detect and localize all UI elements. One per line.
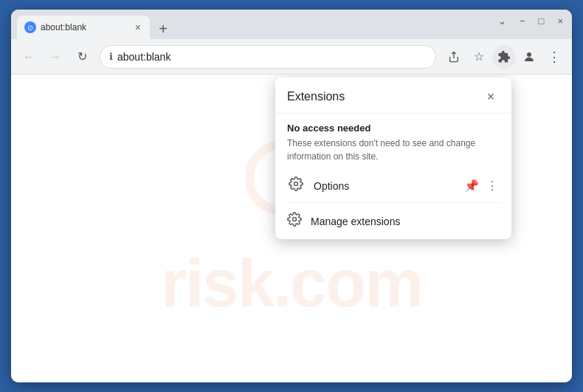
manage-extensions-item[interactable]: Manage extensions: [275, 203, 511, 239]
manage-gear-icon: [287, 212, 302, 230]
options-label: Options: [314, 180, 454, 192]
bookmark-button[interactable]: ☆: [467, 45, 491, 69]
extensions-popup: Extensions × No access needed These exte…: [275, 78, 511, 239]
minimize-button[interactable]: −: [517, 14, 528, 28]
svg-point-0: [527, 52, 531, 57]
forward-button[interactable]: →: [44, 45, 67, 69]
share-button[interactable]: [442, 45, 466, 69]
bookmark-icon: ☆: [474, 49, 484, 63]
title-bar: ⊙ about:blank × + ⌄ − □ ×: [11, 10, 572, 39]
popup-title: Extensions: [287, 90, 345, 103]
profile-button[interactable]: [517, 45, 541, 69]
svg-point-4: [293, 218, 297, 221]
tab-close-button[interactable]: ×: [134, 21, 142, 34]
toolbar-right: ☆ ⋮: [442, 45, 566, 69]
options-actions: 📌 ⋮: [463, 177, 500, 194]
extensions-icon: [497, 50, 511, 63]
tab-strip: ⊙ about:blank × +: [17, 16, 566, 39]
popup-section: No access needed These extensions don't …: [275, 114, 511, 169]
share-icon: [448, 51, 460, 63]
options-gear-icon: [287, 176, 305, 195]
watermark-text: risk.com: [161, 246, 422, 322]
forward-icon: →: [49, 50, 61, 63]
reload-button[interactable]: ↻: [70, 45, 94, 69]
new-tab-button[interactable]: +: [153, 18, 173, 39]
browser-window: ⊙ about:blank × + ⌄ − □ × ← → ↻ ℹ about:…: [11, 10, 572, 382]
close-button[interactable]: ×: [554, 14, 566, 28]
address-text: about:blank: [117, 51, 427, 63]
collapse-icon[interactable]: ⌄: [495, 14, 509, 28]
popup-section-desc: These extensions don't need to see and c…: [275, 137, 511, 169]
popup-header: Extensions ×: [275, 78, 511, 114]
browser-tab[interactable]: ⊙ about:blank ×: [17, 16, 150, 39]
tab-title: about:blank: [41, 22, 129, 32]
maximize-button[interactable]: □: [536, 14, 548, 28]
popup-section-title: No access needed: [275, 114, 511, 137]
content-area: risk.com Extensions × No access needed T…: [11, 75, 572, 382]
window-controls: ⌄ − □ ×: [495, 14, 566, 28]
popup-close-button[interactable]: ×: [482, 88, 500, 106]
browser-toolbar: ← → ↻ ℹ about:blank ☆: [11, 39, 572, 75]
profile-icon: [522, 50, 536, 63]
address-bar[interactable]: ℹ about:blank: [100, 45, 436, 69]
menu-icon: ⋮: [548, 49, 561, 65]
menu-button[interactable]: ⋮: [542, 45, 566, 69]
lock-icon: ℹ: [109, 51, 113, 62]
back-button[interactable]: ←: [17, 45, 41, 69]
extensions-button[interactable]: [492, 45, 516, 69]
back-icon: ←: [23, 50, 35, 63]
options-item[interactable]: Options 📌 ⋮: [275, 169, 511, 202]
pin-icon[interactable]: 📌: [463, 177, 480, 194]
reload-icon: ↻: [77, 49, 87, 63]
options-more-icon[interactable]: ⋮: [485, 177, 500, 194]
manage-label: Manage extensions: [311, 216, 400, 227]
tab-favicon: ⊙: [24, 21, 36, 33]
svg-point-3: [294, 182, 298, 186]
